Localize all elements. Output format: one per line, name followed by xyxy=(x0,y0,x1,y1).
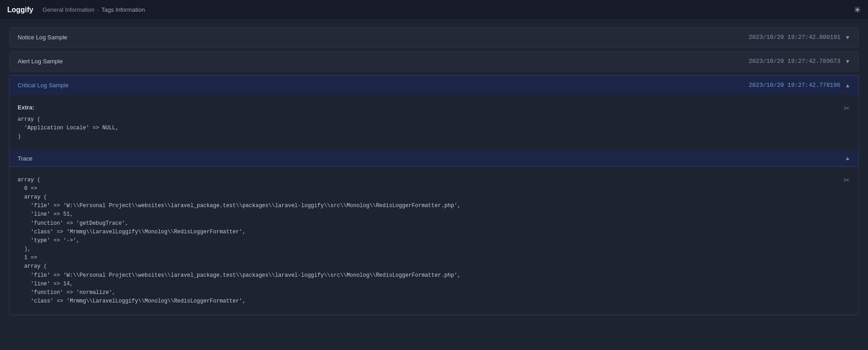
trace-header[interactable]: Trace ▲ xyxy=(9,151,859,167)
breadcrumb-separator-1: › xyxy=(97,7,99,13)
alert-log-header[interactable]: Alert Log Sample 2023/10/20 19:27:42.789… xyxy=(9,52,859,71)
critical-log-body: Extra: array ( 'Application Locale' => N… xyxy=(9,95,859,151)
alert-log-right: 2023/10/20 19:27:42.789673 ▼ xyxy=(749,58,850,65)
trace-copy-button[interactable]: ✂ xyxy=(842,174,851,186)
alert-log-section: Alert Log Sample 2023/10/20 19:27:42.789… xyxy=(9,51,859,71)
main-content: Notice Log Sample 2023/10/20 19:27:42.80… xyxy=(0,20,868,326)
extra-label: Extra: xyxy=(18,104,850,111)
notice-log-title: Notice Log Sample xyxy=(18,34,67,41)
extra-copy-button[interactable]: ✂ xyxy=(842,102,851,114)
trace-section: Trace ▲ array ( 0 => array ( 'file' => '… xyxy=(9,151,859,315)
top-bar: Loggify General Information › Tags Infor… xyxy=(0,0,868,20)
notice-chevron-icon: ▼ xyxy=(845,34,850,41)
critical-log-title: Critical Log Sample xyxy=(18,82,69,89)
alert-log-timestamp: 2023/10/20 19:27:42.789673 xyxy=(749,58,840,65)
critical-chevron-icon: ▲ xyxy=(845,82,850,89)
settings-icon[interactable]: ✳ xyxy=(854,5,861,14)
critical-log-right: 2023/10/20 19:27:42.778196 ▲ xyxy=(749,82,850,89)
critical-log-timestamp: 2023/10/20 19:27:42.778196 xyxy=(749,82,840,89)
notice-log-right: 2023/10/20 19:27:42.800191 ▼ xyxy=(749,34,850,41)
top-bar-right: ✳ xyxy=(854,5,861,15)
scissors-icon: ✂ xyxy=(844,104,849,112)
extra-code-block: array ( 'Application Locale' => NULL, ) xyxy=(18,115,850,142)
critical-log-header[interactable]: Critical Log Sample 2023/10/20 19:27:42.… xyxy=(9,76,859,95)
trace-chevron-icon: ▲ xyxy=(845,155,850,161)
notice-log-timestamp: 2023/10/20 19:27:42.800191 xyxy=(749,34,840,41)
alert-log-title: Alert Log Sample xyxy=(18,58,63,65)
breadcrumb: General Information › Tags Information xyxy=(43,6,145,13)
breadcrumb-general-information[interactable]: General Information xyxy=(43,6,95,13)
app-logo: Loggify xyxy=(7,6,33,14)
trace-body: array ( 0 => array ( 'file' => 'W:\\Pers… xyxy=(9,167,859,315)
critical-log-section: Critical Log Sample 2023/10/20 19:27:42.… xyxy=(9,75,859,315)
trace-code-block: array ( 0 => array ( 'file' => 'W:\\Pers… xyxy=(18,176,850,306)
breadcrumb-tags-information[interactable]: Tags Information xyxy=(101,6,145,13)
trace-scissors-icon: ✂ xyxy=(844,176,849,184)
trace-title: Trace xyxy=(18,155,33,162)
alert-chevron-icon: ▼ xyxy=(845,58,850,65)
notice-log-section: Notice Log Sample 2023/10/20 19:27:42.80… xyxy=(9,27,859,47)
notice-log-header[interactable]: Notice Log Sample 2023/10/20 19:27:42.80… xyxy=(9,28,859,47)
